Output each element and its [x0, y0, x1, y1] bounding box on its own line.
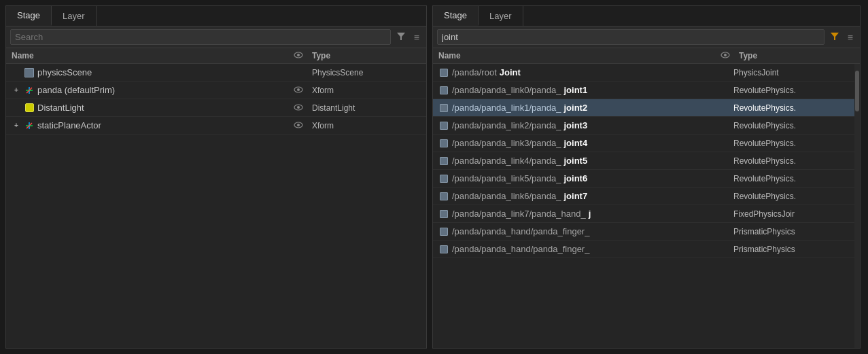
row-name-rootjoint: /panda/rootJoint — [438, 67, 710, 78]
right-table-body: /panda/rootJoint PhysicsJoint /panda/pan… — [433, 64, 854, 348]
left-tab-layer[interactable]: Layer — [52, 6, 97, 26]
cube-icon — [438, 244, 449, 255]
row-path-prefix: /panda/root — [452, 67, 497, 77]
distantlight-icon — [24, 103, 35, 113]
svg-point-2 — [297, 54, 300, 56]
row-type: PrismaticPhysics — [733, 245, 849, 254]
left-table-header: Name Type — [6, 48, 426, 64]
right-table-header: Name Type — [433, 48, 860, 64]
expand-btn-staticplane[interactable]: + — [12, 122, 21, 129]
row-type: RevolutePhysics. — [733, 192, 849, 201]
row-path-bold: joint5 — [563, 156, 587, 166]
row-name-finger1: /panda/panda_hand/panda_finger_ — [438, 226, 710, 237]
row-path-bold: joint7 — [563, 191, 587, 201]
row-type: RevolutePhysics. — [733, 103, 849, 113]
row-label-distantlight: DistantLight — [37, 103, 84, 113]
row-name-joint1: /panda/panda_link0/panda_joint1 — [438, 85, 710, 96]
right-menu-icon[interactable]: ≡ — [845, 31, 856, 44]
table-row[interactable]: /panda/panda_link0/panda_joint1 Revolute… — [433, 82, 854, 99]
svg-point-9 — [297, 106, 300, 109]
row-name-finger2: /panda/panda_hand/panda_finger_ — [438, 244, 710, 255]
cube-icon — [438, 173, 449, 184]
row-type-distantlight: DistantLight — [312, 103, 421, 113]
svg-point-17 — [724, 54, 727, 56]
row-vis-staticplane[interactable] — [288, 120, 309, 130]
table-row[interactable]: /panda/panda_link6/panda_joint7 Revolute… — [433, 188, 854, 205]
svg-point-7 — [297, 88, 300, 91]
left-panel-content: physicsScene PhysicsScene + — [6, 64, 426, 348]
expand-btn-panda[interactable]: + — [12, 86, 21, 94]
right-search-input[interactable] — [437, 29, 824, 45]
row-type: RevolutePhysics. — [733, 174, 849, 183]
table-row[interactable]: /panda/panda_hand/panda_finger_ Prismati… — [433, 223, 854, 241]
row-path-bold: joint2 — [563, 103, 587, 113]
cube-icon — [24, 67, 35, 78]
row-path-prefix: /panda/panda_link1/panda_ — [452, 103, 561, 113]
table-row[interactable]: /panda/panda_hand/panda_finger_ Prismati… — [433, 241, 854, 258]
cube-icon — [438, 191, 449, 202]
expand-btn-physicsscene[interactable] — [12, 69, 21, 76]
row-label-staticplane: staticPlaneActor — [37, 120, 101, 130]
row-name-joint6: /panda/panda_link5/panda_joint6 — [438, 173, 710, 184]
cube-icon — [438, 156, 449, 166]
row-path-prefix: /panda/panda_link0/panda_ — [452, 85, 561, 95]
svg-marker-0 — [397, 33, 405, 40]
row-name-joint3: /panda/panda_link2/panda_joint3 — [438, 120, 710, 131]
xform-icon — [24, 85, 35, 96]
cube-icon — [438, 226, 449, 237]
expand-btn-distantlight[interactable] — [12, 104, 21, 111]
row-name-handjoint: /panda/panda_link7/panda_hand_j — [438, 209, 710, 219]
row-vis-distantlight[interactable] — [288, 103, 309, 113]
table-row[interactable]: /panda/panda_link3/panda_joint4 Revolute… — [433, 135, 854, 152]
table-row[interactable]: /panda/panda_link2/panda_joint3 Revolute… — [433, 117, 854, 135]
table-row[interactable]: /panda/panda_link5/panda_joint6 Revolute… — [433, 170, 854, 188]
left-col-vis-header — [288, 51, 309, 60]
right-tab-layer[interactable]: Layer — [479, 6, 523, 26]
row-name-joint2: /panda/panda_link1/panda_joint2 — [438, 103, 710, 113]
right-search-bar: ≡ — [433, 26, 860, 48]
row-name-joint5: /panda/panda_link4/panda_joint5 — [438, 156, 710, 166]
row-type: PhysicsJoint — [733, 68, 849, 77]
row-vis-panda[interactable] — [288, 85, 309, 95]
cube-icon — [438, 209, 449, 219]
xform-icon-staticplane — [24, 120, 35, 131]
left-search-bar: ≡ — [6, 26, 426, 48]
svg-marker-15 — [831, 33, 839, 40]
left-filter-icon[interactable] — [394, 30, 409, 44]
right-filter-icon[interactable] — [827, 30, 842, 44]
row-name-panda: + panda (defaultPrim) — [12, 85, 288, 96]
table-row[interactable]: /panda/panda_link1/panda_joint2 Revolute… — [433, 99, 854, 117]
left-col-name-header: Name — [12, 51, 288, 60]
right-panel: Stage Layer ≡ Name Type /panda/rootJoint — [432, 5, 861, 349]
right-col-vis-header — [715, 51, 735, 60]
scrollbar-thumb[interactable] — [855, 71, 859, 111]
row-path-bold: Joint — [500, 67, 521, 77]
left-menu-icon[interactable]: ≡ — [411, 31, 422, 44]
table-row[interactable]: /panda/panda_link7/panda_hand_j FixedPhy… — [433, 205, 854, 223]
table-row[interactable]: DistantLight DistantLight — [6, 99, 426, 117]
table-row[interactable]: /panda/panda_link4/panda_joint5 Revolute… — [433, 152, 854, 170]
row-type-physicsscene: PhysicsScene — [312, 68, 421, 77]
row-path-prefix: /panda/panda_link7/panda_hand_ — [452, 209, 586, 219]
table-row[interactable]: + panda (defaultPrim) Xform — [6, 82, 426, 99]
left-col-type-header: Type — [312, 51, 421, 60]
row-path-bold: joint4 — [563, 138, 587, 148]
row-path-prefix: /panda/panda_link4/panda_ — [452, 156, 561, 166]
left-tab-stage[interactable]: Stage — [6, 6, 52, 26]
table-row[interactable]: physicsScene PhysicsScene — [6, 64, 426, 82]
row-type-staticplane: Xform — [312, 121, 421, 130]
row-type: FixedPhysicsJoir — [733, 209, 849, 219]
row-path-prefix: /panda/panda_link6/panda_ — [452, 191, 561, 201]
row-label-panda: panda (defaultPrim) — [37, 85, 115, 95]
row-path-bold: joint1 — [563, 85, 587, 95]
cube-icon — [438, 138, 449, 149]
table-row[interactable]: /panda/rootJoint PhysicsJoint — [433, 64, 854, 82]
left-search-input[interactable] — [10, 29, 391, 45]
table-row[interactable]: + staticPlaneActor Xform — [6, 117, 426, 135]
row-type-panda: Xform — [312, 86, 421, 95]
right-scrollbar[interactable] — [854, 64, 860, 348]
svg-point-14 — [297, 124, 300, 126]
right-tab-stage[interactable]: Stage — [433, 6, 479, 26]
row-label-physicsscene: physicsScene — [37, 67, 92, 77]
row-type: RevolutePhysics. — [733, 156, 849, 166]
